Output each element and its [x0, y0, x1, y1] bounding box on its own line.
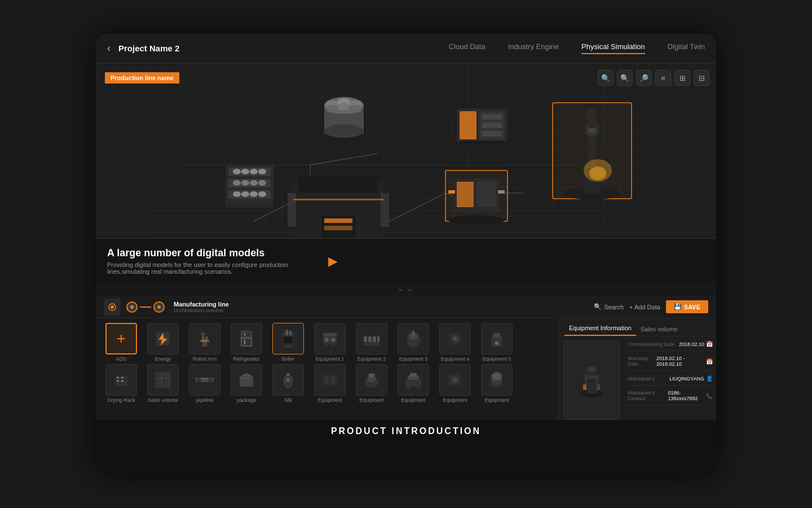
maintainer-contact-key: Maintainer's Contact [628, 390, 668, 401]
flow-line-1 [140, 306, 151, 308]
equipment-item-8[interactable]: Equipment [394, 364, 433, 403]
equipment-item-5[interactable]: Equipment 5 [477, 323, 517, 362]
equipment-item-silk[interactable]: Silk [268, 364, 308, 403]
svg-rect-102 [412, 331, 414, 335]
svg-rect-49 [460, 111, 476, 139]
equipment-item-package[interactable]: package [227, 364, 266, 403]
info-title: A large number of digital models [107, 247, 321, 259]
flow-info: Manufacturing line Orchestration process [174, 301, 229, 313]
divider-bar: ═ ═ [96, 283, 716, 296]
maintainer-value: LIUQINGYANG 👤 [669, 375, 713, 382]
equipment-item-1[interactable]: Equipment 1 [310, 323, 350, 362]
equipment-item-7[interactable]: Equipment [352, 364, 391, 403]
equipment1-label: Equipment 1 [316, 356, 345, 362]
add-icon-box: + [105, 323, 137, 354]
equipment-item-6[interactable]: Equipment [310, 364, 350, 403]
add-equipment-button[interactable]: + ADD [102, 323, 141, 362]
svg-point-18 [250, 191, 258, 197]
equipment-item-9[interactable]: Equipment [435, 364, 475, 403]
tab-industry-engine[interactable]: Industry Engine [508, 42, 559, 54]
main-viewport: Production line name 🔍 🔍 🔎 ≡ ⊞ ⊟ A large… [96, 63, 716, 283]
equipment-item-energy[interactable]: Energy [143, 323, 183, 362]
search-button[interactable]: 🔍 Search [594, 303, 624, 310]
equipment1-icon-box [314, 323, 346, 354]
equipment-item-2[interactable]: Equipment 2 [352, 323, 391, 362]
maintainer-field: Maintainer's LIUQINGYANG 👤 [628, 375, 713, 386]
tab-cloud-data[interactable]: Cloud Data [449, 42, 486, 54]
svg-rect-38 [381, 193, 389, 227]
equipment-preview [563, 341, 620, 420]
svg-rect-52 [482, 122, 502, 128]
save-button[interactable]: 💾 SAVE [666, 300, 708, 313]
tab-equipment-info[interactable]: Equipment Information [564, 325, 636, 336]
maintainer-key: Maintainer's [628, 376, 655, 382]
settings-button[interactable]: ≡ [655, 70, 671, 86]
equipment8-icon-box [398, 364, 429, 396]
svg-point-115 [117, 377, 119, 379]
back-button[interactable]: ‹ [107, 42, 111, 54]
svg-point-14 [250, 180, 258, 186]
equipment-item-robot-arm[interactable]: Robot Arm [185, 323, 224, 362]
svg-rect-37 [288, 193, 296, 227]
bottom-content: + ADD Energy [96, 318, 716, 420]
tab-physical-simulation[interactable]: Physical Simulation [581, 42, 645, 54]
view-grid-button[interactable]: ⊞ [674, 70, 690, 86]
equipment-item-boiler[interactable]: Boiler [268, 323, 308, 362]
zoom-reset-button[interactable]: 🔎 [636, 70, 652, 86]
product-intro-text: PRODUCT INTRODUCTION [331, 426, 481, 436]
svg-rect-98 [377, 336, 379, 342]
svg-point-66 [111, 305, 114, 309]
pipeline-icon-box [189, 364, 220, 396]
boiler-label: Boiler [281, 356, 294, 362]
svg-rect-96 [368, 336, 372, 342]
search-label: Search [604, 304, 624, 310]
screen-bezel: ‹ Project Name 2 Cloud Data Industry Eng… [96, 34, 716, 474]
add-data-button[interactable]: + Add Data [629, 304, 660, 310]
tab-sales-volume[interactable]: Sales volume [636, 326, 682, 336]
calendar-icon-1: 📅 [706, 341, 713, 347]
info-arrow[interactable]: ▶ [328, 254, 338, 269]
equipment-item-3[interactable]: Equipment 3 [394, 323, 433, 362]
svg-rect-20 [226, 204, 273, 208]
svg-rect-35 [324, 226, 352, 230]
drying-rack-label: Drying Rack [107, 397, 135, 403]
equipment-item-drying-rack[interactable]: Drying Rack [102, 364, 141, 403]
equipment9-label: Equipment [443, 397, 467, 403]
info-panel-body: Commissioning Date 2018.02.10 📅 Warranty… [559, 336, 716, 420]
svg-rect-157 [586, 382, 597, 393]
equipment5-icon-box [481, 323, 513, 354]
svg-rect-39 [293, 199, 383, 200]
zoom-out-button[interactable]: 🔍 [617, 70, 633, 86]
equipment-item-refrigerator[interactable]: Refrigerator [227, 323, 266, 362]
equipment-item-sales-volume[interactable]: Sales volume [143, 364, 183, 403]
svg-rect-87 [286, 330, 288, 335]
zoom-in-button[interactable]: 🔍 [598, 70, 614, 86]
equipment-row-2: Drying Rack Sales volume pip [102, 364, 553, 403]
svg-point-47 [448, 216, 505, 225]
equipment2-icon-box [356, 323, 387, 354]
svg-point-30 [324, 124, 364, 138]
equipment-item-4[interactable]: Equipment 4 [435, 323, 475, 362]
flow-dot-2 [153, 301, 165, 313]
svg-point-12 [233, 180, 241, 186]
svg-rect-114 [116, 383, 127, 386]
equipment-item-10[interactable]: Equipment [477, 364, 517, 403]
svg-point-129 [208, 378, 213, 382]
bottom-panel: Manufacturing line Orchestration process… [96, 296, 716, 420]
tab-digital-twin[interactable]: Digital Twin [668, 42, 705, 54]
svg-rect-165 [597, 384, 600, 390]
commissioning-date-key: Commissioning Date [628, 341, 674, 347]
toolbar-actions: 🔍 Search + Add Data 💾 SAVE [594, 300, 708, 313]
search-icon: 🔍 [594, 303, 602, 310]
equipment-item-pipeline[interactable]: pipeline [185, 364, 224, 403]
svg-point-8 [233, 169, 241, 174]
svg-point-163 [589, 367, 594, 371]
flow-dot-1 [126, 301, 138, 313]
energy-label: Energy [155, 356, 171, 362]
manufacturing-line-title: Manufacturing line [174, 301, 229, 308]
svg-point-155 [492, 373, 501, 380]
svg-point-29 [348, 105, 362, 113]
boiler-icon-box [272, 323, 304, 354]
view-single-button[interactable]: ⊟ [694, 70, 709, 86]
svg-rect-108 [493, 333, 500, 338]
